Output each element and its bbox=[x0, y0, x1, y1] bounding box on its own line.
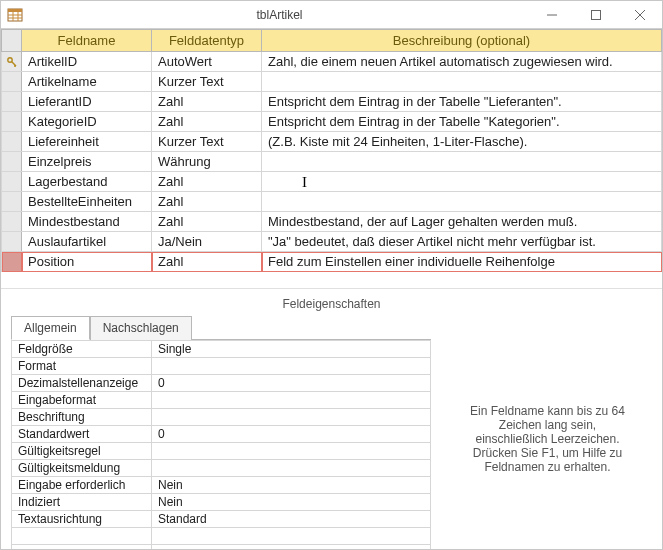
field-row[interactable]: PositionZahlFeld zum Einstellen einer in… bbox=[2, 252, 662, 272]
property-row[interactable]: Standardwert0 bbox=[12, 426, 431, 443]
field-desc-cell[interactable]: Entspricht dem Eintrag in der Tabelle "K… bbox=[262, 112, 662, 132]
field-type-cell[interactable]: Zahl bbox=[152, 192, 262, 212]
field-name-cell[interactable]: Einzelpreis bbox=[22, 152, 152, 172]
row-selector[interactable] bbox=[2, 172, 22, 192]
field-desc-cell[interactable]: "Ja" bedeutet, daß dieser Artikel nicht … bbox=[262, 232, 662, 252]
maximize-button[interactable] bbox=[574, 1, 618, 29]
row-selector[interactable] bbox=[2, 132, 22, 152]
property-row[interactable]: Beschriftung bbox=[12, 409, 431, 426]
row-selector[interactable] bbox=[2, 92, 22, 112]
field-type-cell[interactable]: Kurzer Text bbox=[152, 132, 262, 152]
tab-general[interactable]: Allgemein bbox=[11, 316, 90, 340]
field-desc-cell[interactable]: Zahl, die einem neuen Artikel automatisc… bbox=[262, 52, 662, 72]
property-value[interactable]: Standard bbox=[152, 511, 431, 528]
field-type-cell[interactable]: AutoWert bbox=[152, 52, 262, 72]
property-row[interactable]: FeldgrößeSingle bbox=[12, 341, 431, 358]
row-selector[interactable] bbox=[2, 212, 22, 232]
field-desc-cell[interactable]: Feld zum Einstellen einer individuelle R… bbox=[262, 252, 662, 272]
field-name-cell[interactable]: Position bbox=[22, 252, 152, 272]
property-row[interactable]: Gültigkeitsregel bbox=[12, 443, 431, 460]
svg-rect-7 bbox=[592, 10, 601, 19]
close-button[interactable] bbox=[618, 1, 662, 29]
property-value[interactable] bbox=[152, 460, 431, 477]
help-hint: Ein Feldname kann bis zu 64 Zeichen lang… bbox=[443, 315, 652, 550]
property-name: Gültigkeitsregel bbox=[12, 443, 152, 460]
property-value[interactable]: 0 bbox=[152, 375, 431, 392]
field-type-cell[interactable]: Zahl bbox=[152, 112, 262, 132]
property-value[interactable]: Single bbox=[152, 341, 431, 358]
field-name-cell[interactable]: KategorieID bbox=[22, 112, 152, 132]
field-type-cell[interactable]: Ja/Nein bbox=[152, 232, 262, 252]
property-name: Gültigkeitsmeldung bbox=[12, 460, 152, 477]
row-selector[interactable] bbox=[2, 112, 22, 132]
field-type-cell[interactable]: Zahl bbox=[152, 252, 262, 272]
property-row[interactable]: Eingabe erforderlichNein bbox=[12, 477, 431, 494]
field-row[interactable]: AuslaufartikelJa/Nein"Ja" bedeutet, daß … bbox=[2, 232, 662, 252]
field-row[interactable]: LieferantIDZahlEntspricht dem Eintrag in… bbox=[2, 92, 662, 112]
row-selector[interactable] bbox=[2, 192, 22, 212]
property-row[interactable]: Dezimalstellenanzeige0 bbox=[12, 375, 431, 392]
property-value[interactable] bbox=[152, 392, 431, 409]
field-desc-cell[interactable] bbox=[262, 72, 662, 92]
field-row[interactable]: EinzelpreisWährung bbox=[2, 152, 662, 172]
row-selector-header[interactable] bbox=[2, 30, 22, 52]
property-value[interactable] bbox=[152, 409, 431, 426]
field-name-cell[interactable]: Liefereinheit bbox=[22, 132, 152, 152]
row-selector[interactable] bbox=[2, 152, 22, 172]
property-row[interactable]: IndiziertNein bbox=[12, 494, 431, 511]
field-type-cell[interactable]: Währung bbox=[152, 152, 262, 172]
field-name-cell[interactable]: Artikelname bbox=[22, 72, 152, 92]
property-row[interactable]: Format bbox=[12, 358, 431, 375]
row-selector[interactable] bbox=[2, 52, 22, 72]
field-type-cell[interactable]: Zahl bbox=[152, 92, 262, 112]
property-value[interactable] bbox=[152, 528, 431, 545]
property-grid[interactable]: FeldgrößeSingleFormatDezimalstellenanzei… bbox=[11, 340, 431, 550]
field-row[interactable]: LagerbestandZahlI bbox=[2, 172, 662, 192]
field-type-cell[interactable]: Kurzer Text bbox=[152, 72, 262, 92]
field-name-cell[interactable]: Mindestbestand bbox=[22, 212, 152, 232]
field-name-cell[interactable]: BestellteEinheiten bbox=[22, 192, 152, 212]
property-row[interactable]: TextausrichtungStandard bbox=[12, 511, 431, 528]
field-row[interactable]: KategorieIDZahlEntspricht dem Eintrag in… bbox=[2, 112, 662, 132]
row-selector[interactable] bbox=[2, 252, 22, 272]
property-value[interactable] bbox=[152, 443, 431, 460]
property-row[interactable]: Gültigkeitsmeldung bbox=[12, 460, 431, 477]
field-design-grid[interactable]: Feldname Felddatentyp Beschreibung (opti… bbox=[1, 29, 662, 272]
field-row[interactable]: BestellteEinheitenZahl bbox=[2, 192, 662, 212]
col-header-description[interactable]: Beschreibung (optional) bbox=[262, 30, 662, 52]
field-desc-cell[interactable]: I bbox=[262, 172, 662, 192]
table-design-icon bbox=[7, 7, 23, 23]
row-selector[interactable] bbox=[2, 72, 22, 92]
property-name: Format bbox=[12, 358, 152, 375]
property-value[interactable]: Nein bbox=[152, 477, 431, 494]
property-name: Eingabeformat bbox=[12, 392, 152, 409]
tab-lookup[interactable]: Nachschlagen bbox=[90, 316, 192, 340]
field-desc-cell[interactable]: Mindestbestand, der auf Lager gehalten w… bbox=[262, 212, 662, 232]
property-value[interactable]: 0 bbox=[152, 426, 431, 443]
field-name-cell[interactable]: LieferantID bbox=[22, 92, 152, 112]
field-row[interactable]: MindestbestandZahlMindestbestand, der au… bbox=[2, 212, 662, 232]
field-type-cell[interactable]: Zahl bbox=[152, 172, 262, 192]
field-desc-cell[interactable]: Entspricht dem Eintrag in der Tabelle "L… bbox=[262, 92, 662, 112]
row-selector[interactable] bbox=[2, 232, 22, 252]
col-header-datatype[interactable]: Felddatentyp bbox=[152, 30, 262, 52]
field-name-cell[interactable]: Lagerbestand bbox=[22, 172, 152, 192]
field-name-cell[interactable]: Auslaufartikel bbox=[22, 232, 152, 252]
field-type-cell[interactable]: Zahl bbox=[152, 212, 262, 232]
field-row[interactable]: ArtikelnameKurzer Text bbox=[2, 72, 662, 92]
minimize-button[interactable] bbox=[530, 1, 574, 29]
property-value[interactable]: Nein bbox=[152, 494, 431, 511]
text-caret-icon: I bbox=[302, 174, 307, 191]
col-header-fieldname[interactable]: Feldname bbox=[22, 30, 152, 52]
field-desc-cell[interactable] bbox=[262, 152, 662, 172]
property-value[interactable] bbox=[152, 545, 431, 551]
field-name-cell[interactable]: ArtikelID bbox=[22, 52, 152, 72]
field-desc-cell[interactable] bbox=[262, 192, 662, 212]
property-row[interactable]: Eingabeformat bbox=[12, 392, 431, 409]
field-row[interactable]: LiefereinheitKurzer Text(Z.B. Kiste mit … bbox=[2, 132, 662, 152]
field-desc-cell[interactable]: (Z.B. Kiste mit 24 Einheiten, 1-Liter-Fl… bbox=[262, 132, 662, 152]
property-name: Beschriftung bbox=[12, 409, 152, 426]
field-row[interactable]: ArtikelIDAutoWertZahl, die einem neuen A… bbox=[2, 52, 662, 72]
primary-key-icon bbox=[2, 56, 21, 68]
property-value[interactable] bbox=[152, 358, 431, 375]
